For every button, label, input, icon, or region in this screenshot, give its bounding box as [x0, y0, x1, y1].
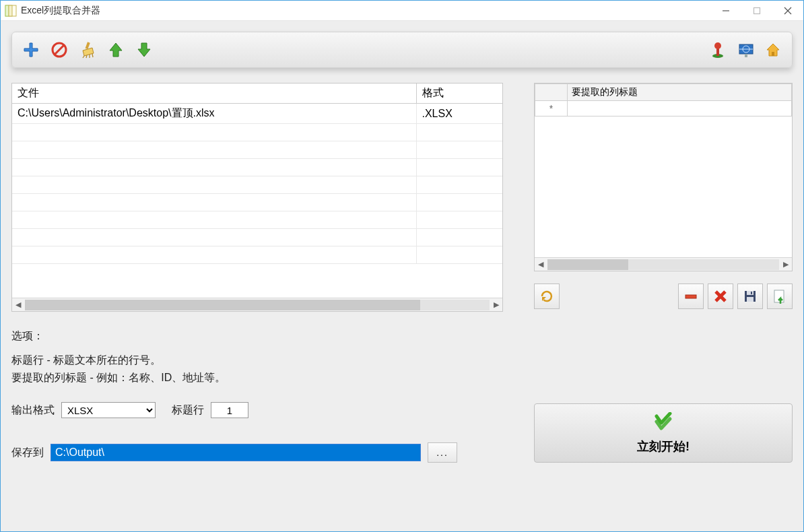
move-down-button[interactable] — [133, 39, 155, 61]
start-label: 立刻开始! — [637, 438, 690, 455]
column-panel: 要提取的列标题 * ◀ ▶ — [534, 83, 793, 312]
svg-rect-24 — [751, 292, 752, 294]
saveto-label: 保存到 — [11, 446, 44, 460]
svg-rect-9 — [86, 42, 90, 49]
options-label: 选项： — [11, 329, 534, 343]
clear-columns-button[interactable] — [708, 284, 733, 309]
column-new-row[interactable]: * — [535, 101, 792, 117]
column-grid[interactable]: 要提取的列标题 * ◀ ▶ — [534, 83, 793, 271]
svg-line-8 — [55, 45, 64, 55]
column-hscrollbar[interactable]: ◀ ▶ — [535, 257, 792, 271]
format-column-header[interactable]: 格式 — [416, 84, 502, 104]
save-path-input[interactable] — [51, 444, 421, 461]
titlerow-input[interactable] — [211, 402, 248, 418]
file-cell: C:\Users\Administrator\Desktop\置顶.xlsx — [12, 104, 416, 124]
format-cell: .XLSX — [416, 104, 502, 124]
remove-column-button[interactable] — [678, 284, 704, 309]
scroll-right-icon[interactable]: ▶ — [780, 260, 792, 269]
start-button[interactable]: 立刻开始! — [534, 403, 793, 463]
file-hscrollbar[interactable]: ◀ ▶ — [12, 298, 502, 311]
titlebar: Excel列提取合并器 — [1, 1, 803, 21]
app-body: 文件 格式 C:\Users\Administrator\Desktop\置顶.… — [1, 21, 803, 531]
column-rowheader-blank — [535, 84, 568, 101]
window-title: Excel列提取合并器 — [21, 5, 710, 17]
file-grid[interactable]: 文件 格式 C:\Users\Administrator\Desktop\置顶.… — [12, 84, 502, 298]
column-header[interactable]: 要提取的列标题 — [568, 84, 792, 101]
scroll-left-icon[interactable]: ◀ — [12, 300, 24, 309]
add-button[interactable] — [20, 39, 42, 61]
register-button[interactable] — [708, 39, 730, 61]
home-button[interactable] — [762, 39, 784, 61]
svg-rect-16 — [745, 54, 747, 57]
clear-button[interactable] — [77, 39, 98, 61]
options-hint2: 要提取的列标题 - 例如：名称、ID、地址等。 — [11, 369, 534, 387]
app-icon — [5, 5, 17, 17]
load-columns-button[interactable] — [767, 284, 793, 309]
output-format-label: 输出格式 — [11, 403, 55, 418]
start-icon — [653, 412, 673, 434]
new-row-marker: * — [535, 101, 568, 117]
minimize-button[interactable] — [710, 1, 741, 21]
toolbar — [11, 32, 793, 68]
svg-rect-23 — [747, 297, 753, 302]
column-new-cell[interactable] — [568, 101, 792, 117]
svg-rect-1 — [5, 5, 9, 16]
maximize-button — [741, 1, 772, 21]
language-button[interactable] — [735, 39, 757, 61]
svg-point-12 — [714, 42, 721, 49]
svg-rect-22 — [747, 291, 753, 295]
move-up-button[interactable] — [105, 39, 127, 61]
output-format-select[interactable]: XLSX XLS CSV — [61, 402, 156, 418]
svg-rect-2 — [9, 5, 12, 16]
main-row: 文件 格式 C:\Users\Administrator\Desktop\置顶.… — [11, 83, 793, 312]
refresh-columns-button[interactable] — [534, 284, 560, 309]
svg-rect-17 — [772, 52, 774, 56]
file-column-header[interactable]: 文件 — [12, 84, 416, 104]
titlerow-label: 标题行 — [172, 403, 204, 418]
table-row[interactable]: C:\Users\Administrator\Desktop\置顶.xlsx .… — [12, 104, 502, 124]
svg-rect-4 — [754, 7, 760, 13]
options-section: 选项： 标题行 - 标题文本所在的行号。 要提取的列标题 - 例如：名称、ID、… — [11, 329, 534, 463]
file-list-panel: 文件 格式 C:\Users\Administrator\Desktop\置顶.… — [11, 83, 503, 312]
column-toolbar — [534, 284, 793, 309]
browse-button[interactable]: ... — [428, 442, 457, 463]
close-button[interactable] — [772, 1, 803, 21]
scroll-right-icon[interactable]: ▶ — [490, 300, 502, 309]
remove-button[interactable] — [48, 39, 70, 61]
save-columns-button[interactable] — [737, 284, 763, 309]
scroll-left-icon[interactable]: ◀ — [535, 260, 547, 269]
svg-rect-18 — [685, 295, 696, 298]
app-window: Excel列提取合并器 — [0, 0, 804, 532]
options-hint1: 标题行 - 标题文本所在的行号。 — [11, 352, 534, 369]
